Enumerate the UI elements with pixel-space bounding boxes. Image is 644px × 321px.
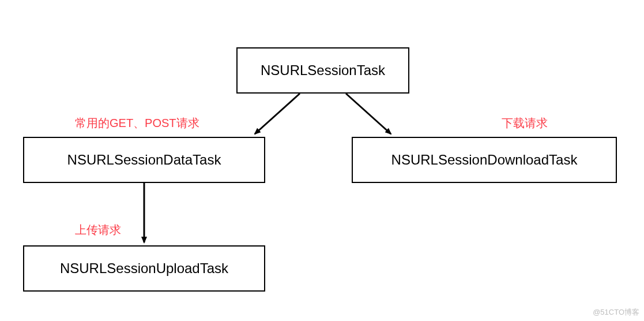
annotation-get-post: 常用的GET、POST请求 xyxy=(75,115,199,131)
arrow-root-to-data xyxy=(255,94,300,134)
node-download-task: NSURLSessionDownloadTask xyxy=(352,137,617,183)
arrow-root-to-download xyxy=(346,94,391,134)
node-data-task: NSURLSessionDataTask xyxy=(23,137,265,183)
watermark-text: @51CTO博客 xyxy=(593,307,639,318)
annotation-download: 下载请求 xyxy=(502,115,548,131)
node-upload-task: NSURLSessionUploadTask xyxy=(23,245,265,292)
annotation-upload: 上传请求 xyxy=(75,222,121,238)
node-root: NSURLSessionTask xyxy=(236,47,409,94)
